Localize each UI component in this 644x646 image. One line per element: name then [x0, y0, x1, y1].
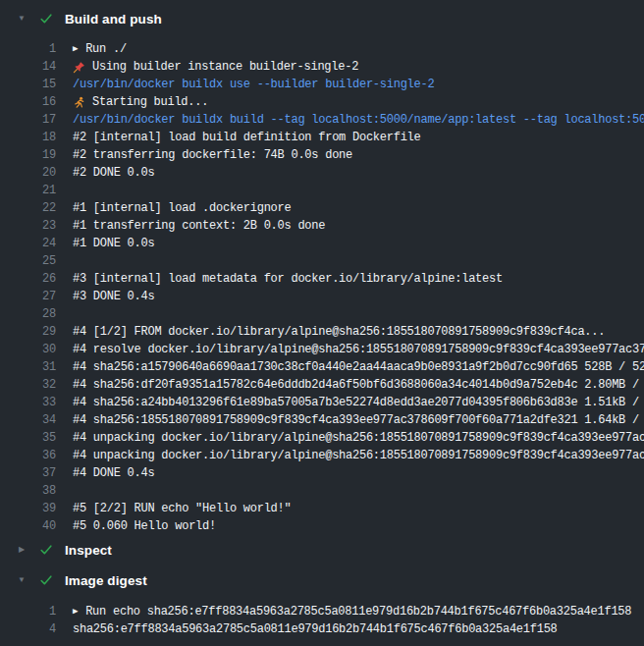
- log-text: Starting build...: [56, 93, 644, 111]
- line-number[interactable]: 24: [0, 235, 56, 252]
- log-text-content: Run echo sha256:e7ff8834a5963a2785c5a081…: [85, 603, 631, 620]
- line-number[interactable]: 28: [0, 305, 56, 323]
- log-text-content: /usr/bin/docker buildx use --builder bui…: [73, 76, 434, 93]
- log-text-content: /usr/bin/docker buildx build --tag local…: [73, 111, 644, 129]
- section-title[interactable]: Build and push: [65, 12, 162, 27]
- section-build-and-push: ▼Build and push1▶Run ./14Using builder i…: [0, 8, 644, 535]
- log-text: /usr/bin/docker buildx use --builder bui…: [56, 76, 644, 93]
- log-line: 23#1 transferring context: 2B 0.0s done: [0, 217, 644, 235]
- chevron-down-icon[interactable]: ▼: [16, 569, 27, 591]
- log-text-content: Starting build...: [92, 93, 208, 111]
- log-text-content: #4 sha256:a15790640a6690aa1730c38cf0a440…: [73, 358, 644, 376]
- line-number[interactable]: 1: [0, 40, 56, 58]
- log-line: 33#4 sha256:a24bb4013296f61e89ba57005a7b…: [0, 394, 644, 411]
- line-number[interactable]: 21: [0, 182, 56, 199]
- play-icon[interactable]: ▶: [73, 603, 78, 620]
- section-header-image-digest[interactable]: ▼Image digest: [0, 569, 644, 591]
- section-header-build-and-push[interactable]: ▼Build and push: [0, 8, 644, 29]
- line-number[interactable]: 37: [0, 464, 56, 482]
- line-number[interactable]: 32: [0, 376, 56, 394]
- log-line: 37#4 DONE 0.4s: [0, 464, 644, 482]
- log-line: 1▶Run ./: [0, 40, 644, 58]
- line-number[interactable]: 40: [0, 517, 56, 535]
- play-icon[interactable]: ▶: [73, 40, 78, 58]
- line-number[interactable]: 18: [0, 129, 56, 146]
- line-number[interactable]: 33: [0, 394, 56, 411]
- line-number[interactable]: 15: [0, 76, 56, 93]
- section-header-inspect[interactable]: ▶Inspect: [0, 539, 644, 561]
- log-text-content: #4 sha256:185518070891758909c9f839cf4ca3…: [73, 411, 644, 429]
- log-text: #5 [2/2] RUN echo "Hello world!": [56, 500, 644, 517]
- line-number[interactable]: 1: [0, 603, 56, 620]
- log-text-content: Run ./: [85, 40, 127, 58]
- log-text-content: #2 transferring dockerfile: 74B 0.0s don…: [73, 146, 352, 164]
- line-number[interactable]: 17: [0, 111, 56, 129]
- log-text-content: #4 sha256:a24bb4013296f61e89ba57005a7b3e…: [73, 394, 644, 411]
- line-number[interactable]: 27: [0, 288, 56, 305]
- log-text-content: #3 DONE 0.4s: [73, 288, 154, 305]
- log-text: #2 DONE 0.0s: [56, 164, 644, 182]
- line-number[interactable]: 31: [0, 358, 56, 376]
- line-number[interactable]: 4: [0, 620, 56, 638]
- line-number[interactable]: 30: [0, 341, 56, 358]
- log-text: #4 sha256:df20fa9351a15782c64e6dddb2d4a6…: [56, 376, 644, 394]
- chevron-down-icon[interactable]: ▼: [16, 8, 27, 29]
- log-line: 18#2 [internal] load build definition fr…: [0, 129, 644, 146]
- log-text: #4 DONE 0.4s: [56, 464, 644, 482]
- log-text-content: #1 [internal] load .dockerignore: [73, 199, 291, 217]
- log-line: 31#4 sha256:a15790640a6690aa1730c38cf0a4…: [0, 358, 644, 376]
- log-text: #4 sha256:a24bb4013296f61e89ba57005a7b3e…: [56, 394, 644, 411]
- section-title[interactable]: Image digest: [65, 573, 147, 588]
- log-line: 39#5 [2/2] RUN echo "Hello world!": [0, 500, 644, 517]
- log-line: 35#4 unpacking docker.io/library/alpine@…: [0, 429, 644, 447]
- log-line: 14Using builder instance builder-single-…: [0, 58, 644, 76]
- log-lines-image-digest: 1▶Run echo sha256:e7ff8834a5963a2785c5a0…: [0, 603, 644, 638]
- log-text-content: #1 DONE 0.0s: [73, 235, 154, 252]
- log-line: 22#1 [internal] load .dockerignore: [0, 199, 644, 217]
- log-text: #1 transferring context: 2B 0.0s done: [56, 217, 644, 235]
- log-line: 29#4 [1/2] FROM docker.io/library/alpine…: [0, 323, 644, 341]
- chevron-right-icon[interactable]: ▶: [16, 539, 27, 561]
- line-number[interactable]: 35: [0, 429, 56, 447]
- line-number[interactable]: 23: [0, 217, 56, 235]
- check-icon: [39, 573, 53, 587]
- log-line: 16Starting build...: [0, 93, 644, 111]
- log-text: #4 sha256:a15790640a6690aa1730c38cf0a440…: [56, 358, 644, 376]
- log-line: 24#1 DONE 0.0s: [0, 235, 644, 252]
- log-line: 27#3 DONE 0.4s: [0, 288, 644, 305]
- log-text-content: #3 [internal] load metadata for docker.i…: [73, 270, 503, 288]
- log-text: #4 unpacking docker.io/library/alpine@sh…: [56, 429, 644, 447]
- line-number[interactable]: 22: [0, 199, 56, 217]
- check-icon: [39, 12, 53, 26]
- line-number[interactable]: 26: [0, 270, 56, 288]
- log-line: 38: [0, 482, 644, 500]
- log-text: #4 unpacking docker.io/library/alpine@sh…: [56, 447, 644, 464]
- line-number[interactable]: 39: [0, 500, 56, 517]
- log-text: #1 [internal] load .dockerignore: [56, 199, 644, 217]
- line-number[interactable]: 25: [0, 252, 56, 270]
- section-inspect: ▶Inspect: [0, 539, 644, 561]
- line-number[interactable]: 14: [0, 58, 56, 76]
- log-text-content: #4 sha256:df20fa9351a15782c64e6dddb2d4a6…: [73, 376, 644, 394]
- line-number[interactable]: 34: [0, 411, 56, 429]
- line-number[interactable]: 16: [0, 93, 56, 111]
- line-number[interactable]: 19: [0, 146, 56, 164]
- log-line: 26#3 [internal] load metadata for docker…: [0, 270, 644, 288]
- log-text: /usr/bin/docker buildx build --tag local…: [56, 111, 644, 129]
- section-title[interactable]: Inspect: [65, 543, 112, 558]
- log-text: ▶Run ./: [56, 40, 644, 58]
- log-text: #4 sha256:185518070891758909c9f839cf4ca3…: [56, 411, 644, 429]
- log-text: ▶Run echo sha256:e7ff8834a5963a2785c5a08…: [56, 603, 644, 620]
- log-text: #2 [internal] load build definition from…: [56, 129, 644, 146]
- log-lines-build-and-push: 1▶Run ./14Using builder instance builder…: [0, 40, 644, 535]
- workflow-log-viewer: ▼Build and push1▶Run ./14Using builder i…: [0, 0, 644, 638]
- line-number[interactable]: 36: [0, 447, 56, 464]
- line-number[interactable]: 20: [0, 164, 56, 182]
- log-text-content: #4 [1/2] FROM docker.io/library/alpine@s…: [73, 323, 605, 341]
- log-line: 30#4 resolve docker.io/library/alpine@sh…: [0, 341, 644, 358]
- line-number[interactable]: 29: [0, 323, 56, 341]
- log-text: #4 [1/2] FROM docker.io/library/alpine@s…: [56, 323, 644, 341]
- line-number[interactable]: 38: [0, 482, 56, 500]
- log-line: 17/usr/bin/docker buildx build --tag loc…: [0, 111, 644, 129]
- log-text-content: #5 0.060 Hello world!: [73, 517, 216, 535]
